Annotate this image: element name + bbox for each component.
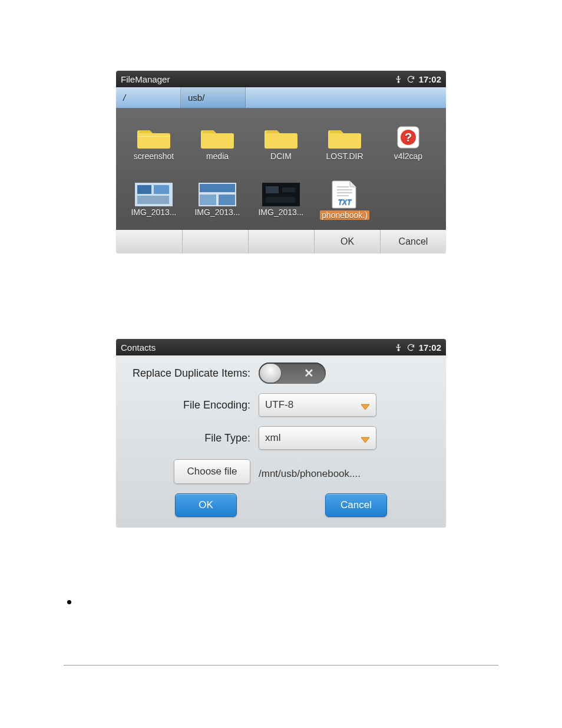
folder-icon (200, 124, 234, 150)
fm-item-image[interactable]: IMG_2013... (122, 172, 186, 228)
ct-clock: 17:02 (419, 342, 441, 353)
replace-label: Replace Duplicate Items: (124, 367, 250, 380)
svg-rect-5 (154, 185, 169, 194)
divider (64, 665, 498, 666)
svg-rect-13 (282, 187, 295, 192)
toggle-off-x-icon: ✕ (304, 366, 314, 380)
fm-grid: screenshot media DCIM LOST.DIR (116, 108, 446, 230)
fm-footer-cell (116, 230, 182, 253)
image-file-icon (262, 183, 300, 206)
svg-rect-8 (200, 184, 235, 192)
fm-tab-usb[interactable]: usb/ (181, 87, 246, 108)
usb-icon (394, 75, 403, 84)
fm-item-folder[interactable]: screenshot (122, 114, 186, 170)
fm-footer-cell (248, 230, 314, 253)
encoding-value: UTF-8 (265, 399, 293, 411)
refresh-icon (406, 343, 415, 352)
fm-item-image[interactable]: IMG_2013... (186, 172, 249, 228)
replace-toggle[interactable]: ✕ (259, 363, 326, 384)
svg-rect-9 (200, 195, 216, 205)
unknown-file-icon: ? (395, 124, 421, 150)
folder-icon (137, 124, 171, 150)
fm-footer-cell (182, 230, 248, 253)
toggle-knob-icon (260, 364, 281, 383)
fm-breadcrumb: / usb/ (116, 87, 446, 108)
contacts-form: Replace Duplicate Items: ✕ File Encoding… (116, 355, 446, 528)
fm-empty-slot (376, 172, 440, 228)
chevron-down-icon (361, 402, 370, 414)
fm-footer: OK Cancel (116, 230, 446, 253)
file-type-row: File Type: xml (124, 426, 438, 450)
fm-item-folder[interactable]: DCIM (249, 114, 313, 170)
svg-rect-12 (266, 186, 279, 193)
fm-item-unknown[interactable]: ? v4l2cap (376, 114, 440, 170)
svg-rect-6 (137, 196, 169, 204)
choose-file-row: Choose file /mnt/usb/phonebook.... (124, 459, 438, 484)
list-bullet-icon (67, 600, 71, 604)
filetype-value: xml (265, 432, 280, 444)
fm-item-txt-selected[interactable]: TXT phonebook.) (313, 172, 376, 228)
ok-button[interactable]: OK (175, 493, 237, 517)
folder-icon (264, 124, 298, 150)
svg-text:TXT: TXT (338, 198, 352, 206)
fm-statusbar: FileManager 17:02 (116, 71, 446, 87)
fm-item-folder[interactable]: media (186, 114, 249, 170)
chevron-down-icon (361, 435, 370, 447)
contacts-buttons: OK Cancel (124, 493, 438, 517)
svg-rect-14 (266, 197, 295, 203)
ct-statusbar: Contacts 17:02 (116, 339, 446, 355)
ct-app-title: Contacts (121, 342, 391, 353)
svg-rect-4 (137, 185, 151, 194)
svg-text:?: ? (405, 131, 412, 144)
usb-icon (394, 343, 403, 352)
file-encoding-row: File Encoding: UTF-8 (124, 393, 438, 417)
refresh-icon (406, 75, 415, 84)
filetype-select[interactable]: xml (259, 426, 376, 450)
fm-clock: 17:02 (419, 74, 441, 84)
image-file-icon (199, 183, 236, 206)
fm-tab-root[interactable]: / (116, 87, 181, 108)
fm-item-folder[interactable]: LOST.DIR (313, 114, 376, 170)
image-file-icon (135, 183, 173, 206)
fm-item-image[interactable]: IMG_2013... (249, 172, 313, 228)
replace-duplicate-row: Replace Duplicate Items: ✕ (124, 363, 438, 384)
chosen-file-path: /mnt/usb/phonebook.... (259, 463, 361, 480)
contacts-screenshot: Contacts 17:02 Replace Duplicate Items: … (116, 339, 446, 528)
folder-icon (328, 124, 362, 150)
txt-file-icon: TXT (331, 180, 358, 209)
cancel-button[interactable]: Cancel (325, 493, 387, 517)
filetype-label: File Type: (124, 432, 250, 444)
filemanager-screenshot: FileManager 17:02 / usb/ screenshot (116, 71, 446, 253)
encoding-select[interactable]: UTF-8 (259, 393, 376, 417)
fm-app-title: FileManager (121, 74, 391, 84)
ok-button[interactable]: OK (314, 230, 380, 253)
encoding-label: File Encoding: (124, 399, 250, 411)
choose-file-button[interactable]: Choose file (174, 459, 250, 484)
svg-rect-10 (219, 195, 235, 205)
cancel-button[interactable]: Cancel (380, 230, 446, 253)
